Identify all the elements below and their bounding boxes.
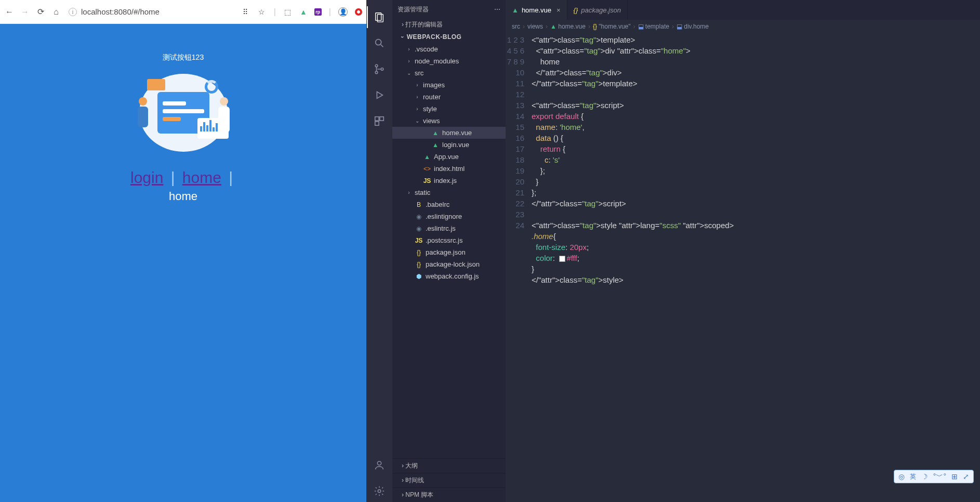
tree-item-views[interactable]: ⌄views: [392, 115, 506, 127]
tree-item-home-vue[interactable]: ▲home.vue: [392, 127, 506, 139]
browser-toolbar: ← → ⟳ ⌂ i localhost:8080/#/home ⠿ ☆ | ⬚ …: [0, 0, 366, 24]
gift-icon[interactable]: ⬚: [283, 8, 293, 16]
tree-item-package-json[interactable]: {}package.json: [392, 246, 506, 258]
bottom-panels: › 大纲 › 时间线 › NPM 脚本: [392, 458, 506, 502]
svg-rect-10: [375, 122, 379, 125]
tree-item-style[interactable]: ›style: [392, 103, 506, 115]
home-text: home: [169, 190, 197, 203]
axure-icon[interactable]: rp: [314, 8, 322, 16]
line-gutter: 1 2 3 4 5 6 7 8 9 10 11 12 13 14 15 16 1…: [506, 34, 532, 502]
reload-icon[interactable]: ⟳: [35, 7, 46, 17]
svg-point-11: [377, 461, 381, 465]
project-section[interactable]: › WEBPACK-BLOG: [392, 31, 506, 43]
svg-point-12: [378, 490, 381, 493]
tree-item-index-html[interactable]: <>index.html: [392, 163, 506, 175]
forward-icon[interactable]: →: [20, 7, 30, 17]
translate-icon[interactable]: ⠿: [241, 8, 250, 16]
tree-item--eslintrc-js[interactable]: ◉.eslintrc.js: [392, 222, 506, 234]
tree-item-index-js[interactable]: JSindex.js: [392, 175, 506, 187]
separator: |: [226, 169, 236, 186]
sidebar-header: 资源管理器 ⋯: [392, 0, 506, 19]
adblock-icon[interactable]: [355, 8, 362, 16]
home-link[interactable]: home: [182, 169, 221, 186]
login-link[interactable]: login: [130, 169, 163, 186]
activity-bar: [366, 0, 392, 502]
breadcrumb-item[interactable]: ▲ home.vue: [550, 23, 586, 30]
editor-area: ▲home.vue×{}package.json src›views›▲ hom…: [506, 0, 980, 502]
explorer-tab-icon[interactable]: [367, 6, 392, 28]
open-editors-section[interactable]: › 打开的编辑器: [392, 19, 506, 31]
debug-tab-icon[interactable]: [367, 84, 392, 106]
breadcrumb-item[interactable]: ⬓ div.home: [677, 23, 709, 30]
breadcrumb-item[interactable]: src: [512, 23, 520, 30]
tree-item-package-lock-json[interactable]: {}package-lock.json: [392, 258, 506, 270]
editor-tabs: ▲home.vue×{}package.json: [506, 0, 980, 20]
expand-icon[interactable]: ⤢: [963, 472, 969, 481]
vscode-pane: 资源管理器 ⋯ › 打开的编辑器 › WEBPACK-BLOG ›.vscode…: [366, 0, 980, 502]
ime-toolbar[interactable]: ◎ 英 ☽ °﹀° ⊞ ⤢: [894, 470, 974, 483]
illustration: [129, 69, 238, 160]
vue-devtools-icon[interactable]: ▲: [300, 8, 307, 16]
face-icon[interactable]: °﹀°: [933, 472, 946, 481]
profile-icon[interactable]: 👤: [338, 7, 348, 17]
tree-item--vscode[interactable]: ›.vscode: [392, 43, 506, 55]
svg-point-5: [375, 71, 378, 74]
outline-section[interactable]: › 大纲: [392, 458, 506, 473]
tree-item-node_modules[interactable]: ›node_modules: [392, 55, 506, 67]
tree-item--postcssrc-js[interactable]: JS.postcssrc.js: [392, 234, 506, 246]
address-bar[interactable]: i localhost:8080/#/home: [67, 7, 235, 16]
ime-logo-icon: ◎: [898, 472, 905, 481]
nav-links: login | home |: [130, 169, 236, 187]
back-icon[interactable]: ←: [4, 7, 15, 17]
tree-item-images[interactable]: ›images: [392, 79, 506, 91]
breadcrumb[interactable]: src›views›▲ home.vue›{} "home.vue"›⬓ tem…: [506, 20, 980, 33]
tree-item-src[interactable]: ⌄src: [392, 67, 506, 79]
url-text: localhost:8080/#/home: [81, 7, 160, 16]
gear-icon[interactable]: [367, 480, 392, 502]
tab-home-vue[interactable]: ▲home.vue×: [506, 0, 567, 20]
page-content: 测试按钮123 login | home | home: [0, 24, 366, 502]
svg-marker-7: [377, 92, 382, 99]
svg-rect-9: [380, 117, 383, 121]
tree-item-static[interactable]: ›static: [392, 187, 506, 199]
npm-scripts-section[interactable]: › NPM 脚本: [392, 487, 506, 502]
breadcrumb-item[interactable]: ⬓ template: [638, 23, 669, 30]
svg-point-6: [381, 68, 383, 71]
tab-package-json[interactable]: {}package.json: [567, 0, 628, 20]
timeline-section[interactable]: › 时间线: [392, 473, 506, 487]
account-icon[interactable]: [367, 454, 392, 476]
info-icon: i: [69, 8, 77, 16]
svg-rect-8: [375, 117, 379, 121]
svg-point-4: [375, 64, 378, 67]
breadcrumb-item[interactable]: {} "home.vue": [593, 23, 631, 30]
tree-item--eslintignore[interactable]: ◉.eslintignore: [392, 210, 506, 222]
search-tab-icon[interactable]: [367, 32, 392, 54]
test-button-text: 测试按钮123: [163, 53, 204, 62]
file-tree: ›.vscode›node_modules⌄src›images›router›…: [392, 43, 506, 458]
breadcrumb-item[interactable]: views: [527, 23, 543, 30]
separator: |: [168, 169, 178, 186]
scm-tab-icon[interactable]: [367, 58, 392, 80]
extensions-tab-icon[interactable]: [367, 110, 392, 132]
tree-item-webpack-config-js[interactable]: ⬢webpack.config.js: [392, 270, 506, 282]
close-icon[interactable]: ×: [557, 6, 561, 14]
home-icon[interactable]: ⌂: [51, 7, 61, 17]
code-editor[interactable]: 1 2 3 4 5 6 7 8 9 10 11 12 13 14 15 16 1…: [506, 33, 980, 502]
svg-line-3: [381, 45, 383, 47]
toolbar-right: ⠿ ☆ | ⬚ ▲ rp | 👤: [241, 7, 362, 17]
tree-item--babelrc[interactable]: B.babelrc: [392, 199, 506, 210]
code-content[interactable]: <"attr">class="tag">template> <"attr">cl…: [532, 34, 980, 502]
moon-icon[interactable]: ☽: [921, 472, 928, 481]
svg-point-2: [376, 39, 381, 45]
tree-item-App-vue[interactable]: ▲App.vue: [392, 151, 506, 163]
tree-item-router[interactable]: ›router: [392, 91, 506, 103]
grid-icon[interactable]: ⊞: [951, 472, 958, 481]
more-icon[interactable]: ⋯: [494, 6, 500, 13]
bookmark-icon[interactable]: ☆: [257, 8, 267, 16]
explorer-title: 资源管理器: [398, 5, 429, 14]
sidebar: 资源管理器 ⋯ › 打开的编辑器 › WEBPACK-BLOG ›.vscode…: [392, 0, 506, 502]
tree-item-login-vue[interactable]: ▲login.vue: [392, 139, 506, 151]
ime-lang[interactable]: 英: [910, 472, 916, 481]
browser-pane: ← → ⟳ ⌂ i localhost:8080/#/home ⠿ ☆ | ⬚ …: [0, 0, 366, 502]
